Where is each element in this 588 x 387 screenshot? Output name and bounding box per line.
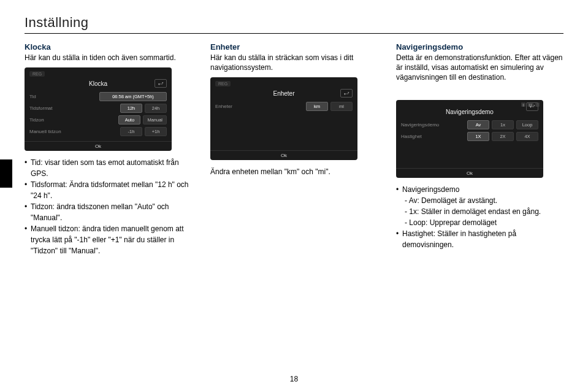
btn-plus1h[interactable]: +1h: [145, 127, 167, 136]
line-enheter: Ändra enheten mellan "km" och "mi".: [210, 166, 378, 177]
btn-av[interactable]: Av: [467, 120, 489, 129]
device-tag: REG: [29, 71, 45, 77]
device-klocka: REG Klocka ⮐ Tid 06:58 am (GMT+5h) Tidsf…: [25, 67, 172, 151]
btn-loop[interactable]: Loop: [516, 120, 538, 129]
sub-enheter: Här kan du ställa in sträckan som visas …: [210, 53, 378, 72]
sub-klocka: Här kan du ställa in tiden och även somm…: [25, 53, 192, 63]
btn-1x[interactable]: 1x: [492, 120, 514, 129]
btn-2x[interactable]: 2X: [492, 132, 514, 141]
heading-enheter: Enheter: [210, 42, 378, 52]
back-icon[interactable]: ⮐: [340, 89, 353, 98]
btn-manual[interactable]: Manual: [143, 115, 167, 125]
ok-button[interactable]: Ok: [396, 168, 543, 178]
device-navdemo: ▮▮▮▯ Navigeringsdemo ⮐ Navigeringsdemo A…: [396, 100, 543, 178]
heading-klocka: Klocka: [25, 42, 192, 52]
row-enheter: Enheter km mi: [210, 101, 357, 112]
col-enheter: Enheter Här kan du ställa in sträckan so…: [210, 42, 378, 256]
row-tidzon: Tidzon Auto Manual: [25, 114, 172, 126]
heading-navdemo: Navigeringsdemo: [396, 42, 563, 52]
btn-12h[interactable]: 12h: [120, 104, 142, 113]
btn-mi[interactable]: mi: [330, 102, 353, 111]
row-tidsformat: Tidsformat 12h 24h: [25, 102, 172, 114]
ok-button[interactable]: Ok: [210, 150, 357, 160]
row-manuell-tidzon: Manuell tidzon -1h +1h: [25, 126, 172, 137]
btn-auto[interactable]: Auto: [118, 115, 140, 125]
row-hastighet: Hastighet 1X 2X 4X: [396, 131, 543, 142]
page-number: 18: [0, 375, 588, 383]
btn-km[interactable]: km: [306, 102, 328, 111]
ok-button[interactable]: Ok: [25, 141, 172, 151]
back-icon[interactable]: ⮐: [526, 102, 538, 111]
device-title: Navigeringsdemo: [446, 109, 494, 115]
device-enheter: REG Enheter ⮐ Enheter km mi Ok: [210, 77, 357, 160]
btn-24h[interactable]: 24h: [145, 104, 167, 113]
back-icon[interactable]: ⮐: [155, 79, 167, 88]
btn-1xspeed[interactable]: 1X: [467, 132, 489, 141]
bullets-klocka: •Tid: visar tiden som tas emot automatis…: [25, 157, 192, 256]
btn-4x[interactable]: 4X: [516, 132, 538, 141]
row-tid: Tid 06:58 am (GMT+5h): [25, 91, 172, 102]
device-title: Enheter: [273, 90, 294, 97]
col-navdemo: Navigeringsdemo Detta är en demonstratio…: [396, 42, 563, 256]
row-navdemo: Navigeringsdemo Av 1x Loop: [396, 119, 543, 131]
val-tid[interactable]: 06:58 am (GMT+5h): [99, 92, 167, 101]
content-columns: Klocka Här kan du ställa in tiden och äv…: [25, 42, 563, 256]
sub-navdemo: Detta är en demonstrationsfunktion. Efte…: [396, 53, 563, 83]
btn-minus1h[interactable]: -1h: [120, 127, 142, 136]
device-tag: REG: [215, 81, 231, 86]
bullets-navdemo: •Navigeringsdemo - Av: Demoläget är avst…: [396, 184, 563, 250]
side-tab: [0, 159, 12, 188]
device-title: Klocka: [89, 80, 107, 87]
page-title: Inställning: [25, 15, 563, 34]
col-klocka: Klocka Här kan du ställa in tiden och äv…: [25, 42, 192, 256]
